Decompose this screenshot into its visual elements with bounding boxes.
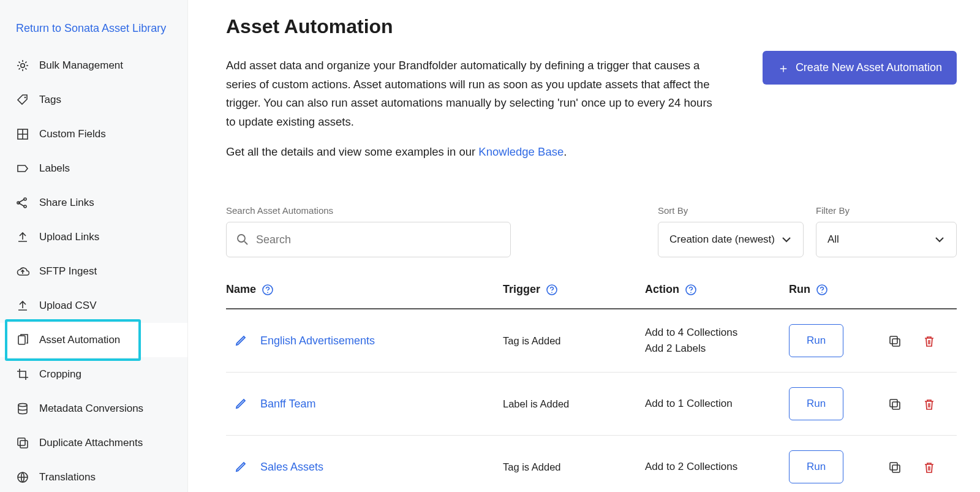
actions-cell: Add to 4 CollectionsAdd 2 Labels [645, 327, 789, 355]
page-title: Asset Automation [226, 15, 957, 38]
sidebar-item-label: Translations [39, 471, 96, 483]
table-header: Name Trigger Action Run [226, 283, 957, 309]
col-trigger: Trigger [503, 283, 645, 296]
sidebar-item-label: Labels [39, 162, 70, 175]
trigger-text: Label is Added [503, 398, 645, 410]
upload-icon [16, 299, 29, 312]
copy-icon [16, 333, 29, 347]
search-input[interactable] [226, 222, 511, 257]
sidebar-item-label: Bulk Management [39, 59, 123, 72]
run-button[interactable]: Run [789, 324, 843, 357]
help-icon[interactable] [262, 284, 273, 295]
help-icon[interactable] [685, 284, 696, 295]
sidebar-item-label: Upload Links [39, 231, 99, 243]
help-icon[interactable] [816, 284, 827, 295]
create-automation-button[interactable]: ＋ Create New Asset Automation [763, 51, 957, 85]
col-run: Run [789, 283, 893, 296]
sidebar-item-duplicate-attachments[interactable]: Duplicate Attachments [0, 426, 187, 460]
tag-icon [16, 93, 29, 107]
automation-name-link[interactable]: English Advertisements [260, 335, 375, 347]
controls-bar: Search Asset Automations Sort By Creatio… [226, 205, 957, 257]
sidebar-item-label: Asset Automation [39, 334, 120, 346]
trash-icon[interactable] [922, 461, 935, 473]
duplicate-icon[interactable] [888, 398, 900, 410]
action-text: Add 2 Labels [645, 343, 789, 355]
kb-intro: Get all the details and view some exampl… [226, 145, 478, 158]
search-label: Search Asset Automations [226, 205, 511, 216]
sidebar-item-label: Duplicate Attachments [39, 437, 143, 449]
stack-icon [16, 402, 29, 415]
sidebar-item-labels[interactable]: Labels [0, 151, 187, 186]
page-description: Add asset data and organize your Brandfo… [226, 56, 722, 131]
main-content: Asset Automation ＋ Create New Asset Auto… [188, 0, 980, 492]
share-icon [16, 196, 29, 210]
action-text: Add to 1 Collection [645, 398, 789, 410]
pencil-icon[interactable] [235, 398, 247, 410]
sidebar-item-translations[interactable]: Translations [0, 460, 187, 492]
sidebar: Return to Sonata Asset Library Bulk Mana… [0, 0, 188, 492]
upload-icon [16, 230, 29, 244]
trigger-text: Tag is Added [503, 461, 645, 473]
dup-icon [16, 436, 29, 450]
table-row: English AdvertisementsTag is AddedAdd to… [226, 309, 957, 373]
automation-name-link[interactable]: Sales Assets [260, 461, 323, 474]
sidebar-item-sftp-ingest[interactable]: SFTP Ingest [0, 254, 187, 289]
sidebar-item-label: Tags [39, 94, 61, 106]
duplicate-icon[interactable] [888, 461, 900, 473]
action-text: Add to 4 Collections [645, 327, 789, 339]
trash-icon[interactable] [922, 398, 935, 410]
automations-table: Name Trigger Action Run English Advertis… [226, 283, 957, 492]
sidebar-item-cropping[interactable]: Cropping [0, 357, 187, 392]
filter-select[interactable]: All [816, 222, 957, 257]
duplicate-icon[interactable] [888, 335, 900, 347]
sidebar-item-asset-automation[interactable]: Asset Automation [0, 323, 187, 357]
search-control: Search Asset Automations [226, 205, 511, 257]
plus-icon: ＋ [777, 62, 790, 74]
table-row: Sales AssetsTag is AddedAdd to 2 Collect… [226, 436, 957, 492]
filter-control: Filter By All [816, 205, 957, 257]
create-automation-label: Create New Asset Automation [796, 61, 942, 74]
kb-line: Get all the details and view some exampl… [226, 143, 722, 162]
sort-label: Sort By [658, 205, 804, 216]
sidebar-item-label: Cropping [39, 368, 81, 380]
action-text: Add to 2 Collections [645, 461, 789, 473]
filter-value: All [827, 233, 839, 246]
sidebar-item-label: Upload CSV [39, 300, 97, 312]
knowledge-base-link[interactable]: Knowledge Base [478, 145, 564, 158]
sidebar-item-bulk-management[interactable]: Bulk Management [0, 48, 187, 83]
sort-control: Sort By Creation date (newest) [658, 205, 804, 257]
grid-icon [16, 127, 29, 141]
sidebar-item-label: Share Links [39, 197, 94, 209]
globe-icon [16, 471, 29, 484]
sidebar-item-label: Custom Fields [39, 128, 106, 140]
sort-value: Creation date (newest) [669, 233, 775, 246]
sidebar-item-metadata-conversions[interactable]: Metadata Conversions [0, 392, 187, 426]
label-icon [16, 162, 29, 175]
filter-label: Filter By [816, 205, 957, 216]
chevron-down-icon [780, 233, 793, 246]
actions-cell: Add to 1 Collection [645, 398, 789, 410]
sidebar-item-upload-links[interactable]: Upload Links [0, 220, 187, 254]
help-icon[interactable] [546, 284, 557, 295]
col-name: Name [226, 283, 503, 296]
sidebar-item-label: Metadata Conversions [39, 403, 143, 415]
sort-select[interactable]: Creation date (newest) [658, 222, 804, 257]
trash-icon[interactable] [922, 335, 935, 347]
gear-icon [16, 59, 29, 72]
automation-name-link[interactable]: Banff Team [260, 398, 315, 411]
pencil-icon[interactable] [235, 335, 247, 347]
search-icon [236, 233, 249, 246]
run-button[interactable]: Run [789, 387, 843, 420]
sidebar-item-upload-csv[interactable]: Upload CSV [0, 289, 187, 323]
pencil-icon[interactable] [235, 461, 247, 473]
sidebar-item-custom-fields[interactable]: Custom Fields [0, 117, 187, 151]
table-row: Banff TeamLabel is AddedAdd to 1 Collect… [226, 373, 957, 436]
run-button[interactable]: Run [789, 450, 843, 483]
sidebar-item-tags[interactable]: Tags [0, 83, 187, 117]
sidebar-item-label: SFTP Ingest [39, 265, 97, 278]
col-action: Action [645, 283, 789, 296]
chevron-down-icon [933, 233, 946, 246]
sidebar-item-share-links[interactable]: Share Links [0, 186, 187, 220]
cloud-icon [16, 265, 29, 278]
return-link[interactable]: Return to Sonata Asset Library [0, 11, 187, 48]
